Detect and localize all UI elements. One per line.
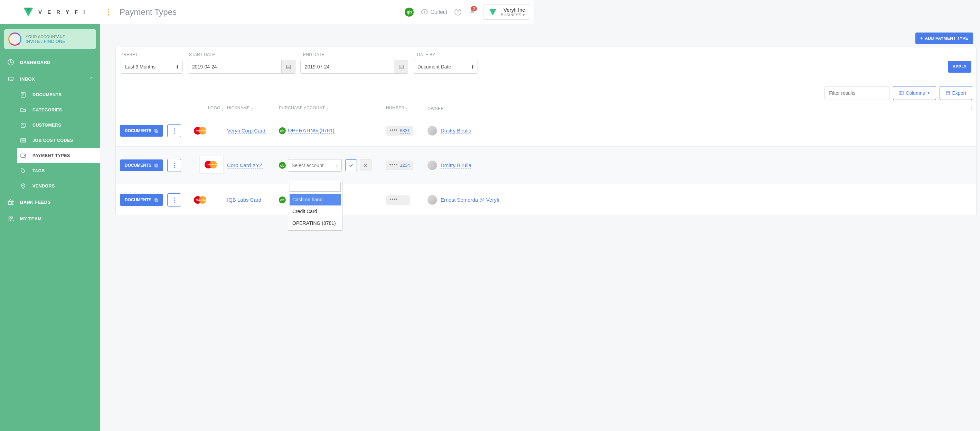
sort-icon[interactable]: ▴▾	[406, 107, 408, 112]
customers-icon	[19, 122, 27, 128]
sidebar-item-documents[interactable]: DOCUMENTS	[17, 87, 100, 102]
sidebar-item-categories[interactable]: CATEGORIES	[17, 102, 100, 118]
collect-label: Collect	[430, 9, 447, 15]
preset-select[interactable]: Last 3 Months ▴▾	[121, 60, 183, 74]
qb-icon: qb	[279, 127, 286, 134]
row-menu-button[interactable]	[167, 124, 181, 137]
mastercard-logo-icon: MasterCard	[192, 126, 209, 136]
documents-button[interactable]: DOCUMENTS	[120, 194, 163, 206]
veryfi-logo-icon	[22, 6, 34, 18]
mastercard-logo-icon: MasterCard	[203, 160, 220, 170]
nickname-link[interactable]: Corp Card XYZ	[227, 162, 262, 168]
nickname-link[interactable]: IQB Labs Card	[227, 197, 261, 203]
account-name: Veryfi Inc	[501, 7, 525, 13]
date-by-select[interactable]: Document Date ▴▾	[413, 60, 478, 74]
svg-rect-45	[155, 198, 157, 201]
col-owner[interactable]: OWNER	[428, 106, 444, 111]
payment-types-card: PRESET START DATE END DATE DATE BY Last …	[115, 47, 533, 216]
end-date-label: END DATE	[303, 52, 414, 57]
svg-point-21	[24, 155, 25, 156]
sidebar-item-inbox[interactable]: INBOX ⌃	[0, 70, 100, 87]
svg-rect-41	[155, 129, 157, 132]
sort-icon[interactable]: ▴▾	[326, 107, 328, 112]
documents-button[interactable]: DOCUMENTS	[120, 160, 163, 171]
row-menu-button[interactable]	[167, 193, 181, 206]
team-icon	[7, 215, 14, 222]
row-menu-button[interactable]	[167, 159, 181, 172]
sort-icon[interactable]: ▴▾	[251, 107, 253, 112]
dropdown-option[interactable]: OPERATING (8781)	[290, 217, 341, 229]
sidebar-item-my-team[interactable]: MY TEAM	[0, 210, 100, 227]
svg-rect-43	[155, 164, 157, 166]
dropdown-option[interactable]: Credit Card	[290, 206, 341, 217]
table-row: DOCUMENTS MasterCard Corp Card XYZ qb Se…	[116, 147, 533, 184]
accountant-card[interactable]: YOUR ACCOUNTANT INVITE / FIND ONE	[4, 29, 96, 49]
sidebar-item-label: BANK FEEDS	[20, 200, 51, 205]
quickbooks-badge[interactable]: qb	[405, 8, 414, 17]
svg-marker-6	[489, 9, 496, 15]
sidebar: YOUR ACCOUNTANT INVITE / FIND ONE DASHBO…	[0, 24, 100, 234]
sidebar-item-tags[interactable]: TAGS	[17, 163, 100, 179]
card-number-badge[interactable]: ****8831	[386, 126, 413, 136]
bank-icon	[7, 198, 14, 206]
cloud-upload-icon	[420, 9, 428, 15]
copy-icon	[154, 163, 158, 168]
col-nickname[interactable]: NICKNAME	[227, 105, 250, 110]
col-purchase-account[interactable]: PURCHASE ACCOUNT	[279, 105, 325, 110]
sidebar-item-label: CATEGORIES	[32, 108, 62, 112]
help-button[interactable]: ?	[454, 8, 462, 16]
qb-icon: qb	[279, 196, 286, 203]
dropdown-search-input[interactable]	[290, 182, 341, 192]
account-link[interactable]: OPERATING (8781)	[288, 127, 334, 134]
sidebar-item-dashboard[interactable]: DASHBOARD	[0, 54, 100, 70]
sidebar-item-label: JOB COST CODES	[32, 138, 73, 143]
owner-link[interactable]: Ernest Semerda @ Veryfi	[441, 197, 499, 203]
sidebar-item-job-cost-codes[interactable]: JOB COST CODES	[17, 133, 100, 148]
sidebar-item-customers[interactable]: CUSTOMERS	[17, 118, 100, 133]
end-date-group: 2019-07-24	[300, 60, 408, 74]
sidebar-item-bank-feeds[interactable]: BANK FEEDS	[0, 194, 100, 210]
start-date-label: START DATE	[189, 52, 300, 57]
accountant-invite-link[interactable]: INVITE / FIND ONE	[25, 39, 65, 44]
help-icon: ?	[454, 8, 462, 16]
purchase-account-select[interactable]: Select account ▴	[288, 159, 342, 172]
inbox-submenu: DOCUMENTS CATEGORIES CUSTOMERS JOB COST …	[0, 87, 100, 194]
select-caret-icon: ▴▾	[177, 65, 178, 69]
documents-button[interactable]: DOCUMENTS	[120, 125, 163, 137]
brand-logo[interactable]: V E R Y F I	[3, 6, 103, 18]
end-date-input[interactable]: 2019-07-24	[300, 60, 394, 74]
sidebar-item-label: DASHBOARD	[20, 60, 51, 65]
sidebar-item-label: TAGS	[32, 168, 45, 173]
card-number-badge[interactable]: ****	[386, 195, 410, 205]
mastercard-logo-icon: MasterCard	[192, 195, 209, 205]
sort-icon[interactable]: ▴▾	[222, 107, 224, 112]
confirm-button[interactable]	[345, 160, 357, 171]
page-title: Payment Types	[119, 7, 177, 17]
filter-bar: PRESET START DATE END DATE DATE BY Last …	[116, 47, 533, 81]
qb-icon: qb	[279, 162, 286, 169]
start-date-input[interactable]: 2019-04-24	[188, 60, 282, 74]
sidebar-item-payment-types[interactable]: PAYMENT TYPES	[17, 148, 100, 163]
copy-icon	[154, 198, 158, 202]
date-by-value: Document Date	[417, 64, 451, 70]
svg-point-24	[9, 217, 11, 219]
svg-rect-42	[156, 130, 158, 132]
calendar-icon[interactable]	[282, 60, 296, 74]
sidebar-item-vendors[interactable]: VENDORS	[17, 179, 100, 194]
notification-count: 2	[471, 6, 477, 11]
calendar-icon[interactable]	[394, 60, 408, 74]
cancel-button[interactable]	[360, 160, 371, 171]
col-number[interactable]: NUMBER	[386, 105, 405, 110]
account-switcher[interactable]: Veryfi Inc BUSINESS ▾	[483, 5, 530, 20]
owner-link[interactable]: Dmitry Birulia	[441, 162, 471, 168]
collect-button[interactable]: Collect	[420, 9, 447, 15]
col-logo[interactable]: LOGO	[208, 105, 221, 110]
owner-avatar-icon	[428, 126, 437, 136]
card-number-badge[interactable]: ****1234	[386, 161, 413, 170]
notifications-button[interactable]: 2	[469, 8, 476, 16]
nickname-link[interactable]: Veryfi Corp Card	[227, 128, 266, 134]
owner-link[interactable]: Dmitry Birulia	[441, 128, 471, 134]
wallet-icon	[19, 153, 27, 159]
dropdown-option[interactable]: Cash on hand	[290, 194, 341, 206]
app-menu-kebab-icon[interactable]	[103, 9, 113, 16]
